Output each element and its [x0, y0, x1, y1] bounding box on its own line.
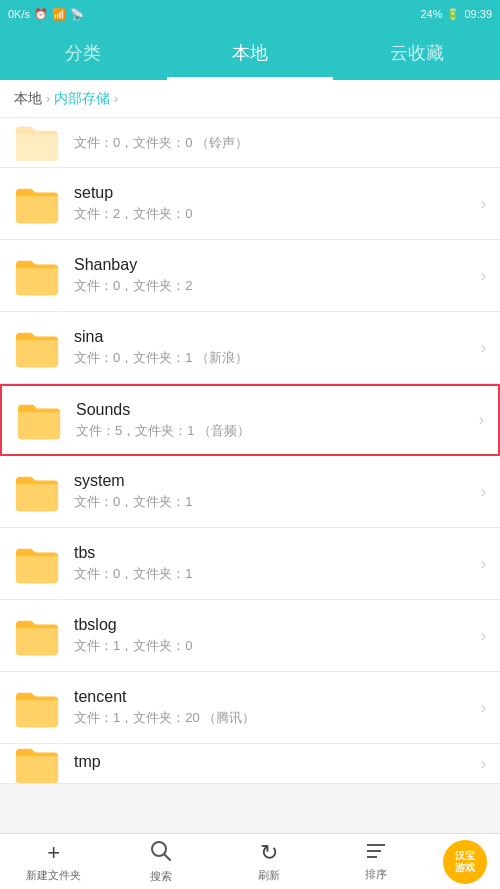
file-meta-shanbay: 文件：0，文件夹：2 — [74, 277, 473, 295]
clock-icon: ⏰ — [34, 8, 48, 21]
sort-icon — [365, 842, 387, 865]
network-speed: 0K/s — [8, 8, 30, 20]
chevron-shanbay: › — [481, 267, 486, 285]
chevron-sounds: › — [479, 411, 484, 429]
list-item-tbs[interactable]: tbs 文件：0，文件夹：1 › — [0, 528, 500, 600]
list-item-system[interactable]: system 文件：0，文件夹：1 › — [0, 456, 500, 528]
list-item-sounds[interactable]: Sounds 文件：5，文件夹：1 （音频） › — [0, 384, 500, 456]
refresh-icon: ↻ — [260, 840, 278, 866]
file-meta-tbslog: 文件：1，文件夹：0 — [74, 637, 473, 655]
folder-icon-sounds — [16, 400, 62, 440]
clock-time: 09:39 — [464, 8, 492, 20]
list-item-shanbay[interactable]: Shanbay 文件：0，文件夹：2 › — [0, 240, 500, 312]
file-info-shanbay: Shanbay 文件：0，文件夹：2 — [74, 256, 473, 295]
file-list: 文件：0，文件夹：0 （铃声） setup 文件：2，文件夹：0 › Shanb… — [0, 118, 500, 833]
chevron-tbslog: › — [481, 627, 486, 645]
bottom-nav: + 新建文件夹 搜索 ↻ 刷新 排序 汉宝游戏 — [0, 833, 500, 889]
chevron-tencent: › — [481, 699, 486, 717]
file-name-tencent: tencent — [74, 688, 473, 706]
tab-local[interactable]: 本地 — [167, 28, 334, 80]
tab-categories[interactable]: 分类 — [0, 28, 167, 80]
breadcrumb-internal-storage[interactable]: 内部存储 — [54, 90, 110, 108]
list-item-tmp[interactable]: tmp › — [0, 744, 500, 784]
list-item-tencent[interactable]: tencent 文件：1，文件夹：20 （腾讯） › — [0, 672, 500, 744]
file-name-setup: setup — [74, 184, 473, 202]
nav-search[interactable]: 搜索 — [108, 834, 216, 889]
folder-icon-tbs — [14, 544, 60, 584]
file-meta-setup: 文件：2，文件夹：0 — [74, 205, 473, 223]
breadcrumb: 本地 › 内部存储 › — [0, 80, 500, 118]
folder-icon-tencent — [14, 688, 60, 728]
file-info-system: system 文件：0，文件夹：1 — [74, 472, 473, 511]
folder-icon-tmp — [14, 744, 60, 784]
nav-refresh[interactable]: ↻ 刷新 — [215, 834, 323, 889]
file-meta-tbs: 文件：0，文件夹：1 — [74, 565, 473, 583]
folder-icon-system — [14, 472, 60, 512]
status-bar: 0K/s ⏰ 📶 📡 24% 🔋 09:39 — [0, 0, 500, 28]
brand-label: 汉宝游戏 — [455, 850, 475, 874]
wifi-icon: 📶 — [52, 8, 66, 21]
breadcrumb-separator-1: › — [46, 92, 50, 106]
battery-level: 24% — [420, 8, 442, 20]
file-info-setup: setup 文件：2，文件夹：0 — [74, 184, 473, 223]
file-info-truncated: 文件：0，文件夹：0 （铃声） — [74, 133, 486, 152]
file-meta-system: 文件：0，文件夹：1 — [74, 493, 473, 511]
file-name-system: system — [74, 472, 473, 490]
file-info-sounds: Sounds 文件：5，文件夹：1 （音频） — [76, 401, 471, 440]
nav-label-refresh: 刷新 — [258, 868, 280, 883]
file-name-tmp: tmp — [74, 753, 473, 771]
folder-icon-truncated — [14, 123, 60, 163]
file-info-sina: sina 文件：0，文件夹：1 （新浪） — [74, 328, 473, 367]
signal-icon: 📡 — [70, 8, 84, 21]
file-name-tbs: tbs — [74, 544, 473, 562]
nav-sort[interactable]: 排序 — [323, 834, 431, 889]
file-info-tbslog: tbslog 文件：1，文件夹：0 — [74, 616, 473, 655]
chevron-sina: › — [481, 339, 486, 357]
svg-line-1 — [164, 854, 170, 860]
tab-cloud[interactable]: 云收藏 — [333, 28, 500, 80]
tab-bar: 分类 本地 云收藏 — [0, 28, 500, 80]
status-speed: 0K/s ⏰ 📶 📡 — [8, 8, 84, 21]
file-meta-truncated: 文件：0，文件夹：0 （铃声） — [74, 135, 248, 150]
file-info-tencent: tencent 文件：1，文件夹：20 （腾讯） — [74, 688, 473, 727]
folder-icon-sina — [14, 328, 60, 368]
status-right: 24% 🔋 09:39 — [420, 8, 492, 21]
nav-label-new-folder: 新建文件夹 — [26, 868, 81, 883]
file-meta-sina: 文件：0，文件夹：1 （新浪） — [74, 349, 473, 367]
file-name-tbslog: tbslog — [74, 616, 473, 634]
list-item-tbslog[interactable]: tbslog 文件：1，文件夹：0 › — [0, 600, 500, 672]
breadcrumb-separator-2: › — [114, 92, 118, 106]
nav-label-search: 搜索 — [150, 869, 172, 884]
folder-icon-setup — [14, 184, 60, 224]
battery-icon: 🔋 — [446, 8, 460, 21]
list-item-truncated-top[interactable]: 文件：0，文件夹：0 （铃声） — [0, 118, 500, 168]
chevron-tbs: › — [481, 555, 486, 573]
nav-brand[interactable]: 汉宝游戏 — [430, 834, 500, 889]
brand-badge: 汉宝游戏 — [443, 840, 487, 884]
file-info-tmp: tmp — [74, 753, 473, 774]
file-meta-sounds: 文件：5，文件夹：1 （音频） — [76, 422, 471, 440]
plus-icon: + — [47, 840, 60, 866]
file-name-shanbay: Shanbay — [74, 256, 473, 274]
nav-label-sort: 排序 — [365, 867, 387, 882]
breadcrumb-local[interactable]: 本地 — [14, 90, 42, 108]
chevron-setup: › — [481, 195, 486, 213]
folder-icon-tbslog — [14, 616, 60, 656]
file-meta-tencent: 文件：1，文件夹：20 （腾讯） — [74, 709, 473, 727]
chevron-tmp: › — [481, 755, 486, 773]
file-info-tbs: tbs 文件：0，文件夹：1 — [74, 544, 473, 583]
folder-icon-shanbay — [14, 256, 60, 296]
list-item-setup[interactable]: setup 文件：2，文件夹：0 › — [0, 168, 500, 240]
list-item-sina[interactable]: sina 文件：0，文件夹：1 （新浪） › — [0, 312, 500, 384]
nav-new-folder[interactable]: + 新建文件夹 — [0, 834, 108, 889]
file-name-sina: sina — [74, 328, 473, 346]
chevron-system: › — [481, 483, 486, 501]
file-name-sounds: Sounds — [76, 401, 471, 419]
search-icon — [150, 840, 172, 867]
